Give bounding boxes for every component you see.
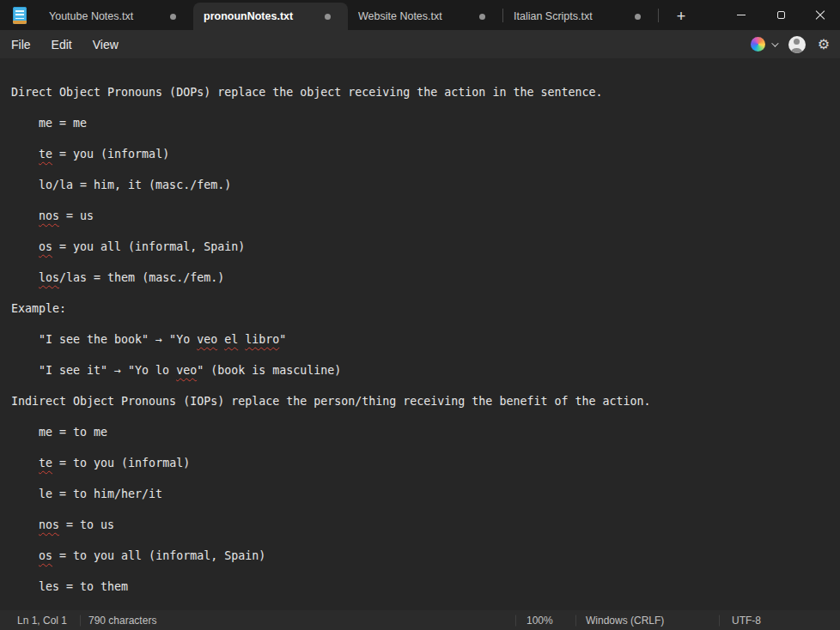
statusbar-divider: [515, 615, 516, 626]
text-segment: [11, 549, 39, 562]
editor-line: te = you (informal): [11, 139, 829, 170]
text-segment: Direct Object Pronouns (DOPs) replace th…: [11, 86, 602, 99]
zoom-level: 100%: [527, 615, 553, 627]
menubar-right-icons: ⚙: [751, 30, 830, 58]
notepad-icon-lines: [15, 10, 24, 19]
menubar: FileEditView ⚙: [0, 30, 840, 58]
misspelled-word: nos: [39, 518, 59, 531]
unsaved-indicator-dot[interactable]: [170, 14, 176, 20]
editor-line: Indirect Object Pronouns (IOPs) replace …: [11, 386, 829, 417]
text-segment: le = to him/her/it: [11, 488, 162, 500]
unsaved-indicator-dot[interactable]: [635, 14, 641, 20]
chevron-down-icon: [771, 39, 778, 46]
cursor-position: Ln 1, Col 1: [17, 615, 67, 627]
encoding: UTF-8: [732, 615, 761, 627]
misspelled-word: te: [39, 148, 52, 161]
account-icon[interactable]: [788, 36, 806, 53]
misspelled-word: veo: [197, 333, 217, 346]
text-segment: = to us: [59, 518, 114, 531]
settings-gear-icon[interactable]: ⚙: [818, 38, 830, 51]
text-segment: = you all (informal, Spain): [52, 240, 245, 253]
notepad-icon-footer: [13, 21, 27, 24]
unsaved-indicator-dot[interactable]: [479, 14, 485, 20]
text-segment: "I see it" → "Yo lo: [11, 364, 176, 377]
editor-line: os = to you all (informal, Spain): [11, 541, 829, 572]
editor-line: Example:: [11, 294, 829, 324]
copilot-icon: [751, 37, 765, 51]
tab-pronounnotes-txt[interactable]: pronounNotes.txt: [193, 3, 348, 30]
new-tab-button[interactable]: +: [667, 3, 695, 30]
tab-italian-scripts-txt[interactable]: Italian Scripts.txt: [503, 3, 658, 30]
text-segment: [11, 209, 39, 222]
titlebar-drag-area[interactable]: [695, 0, 721, 30]
text-segment: = to you all (informal, Spain): [52, 549, 265, 562]
misspelled-word: libro: [245, 333, 279, 346]
statusbar: Ln 1, Col 1 790 characters 100% Windows …: [0, 610, 840, 630]
menu-view[interactable]: View: [93, 38, 119, 51]
text-segment: "I see the book" → "Yo: [11, 333, 197, 346]
text-segment: = us: [59, 209, 94, 222]
misspelled-word: veo: [176, 364, 197, 377]
tab-strip: Youtube Notes.txtpronounNotes.txtWebsite…: [39, 0, 659, 30]
text-segment: = you (informal): [52, 148, 169, 161]
character-count: 790 characters: [88, 615, 156, 627]
misspelled-word: nos: [39, 209, 59, 222]
text-segment: Indirect Object Pronouns (IOPs) replace …: [11, 395, 651, 408]
minimize-button[interactable]: [721, 0, 761, 30]
notepad-window: Youtube Notes.txtpronounNotes.txtWebsite…: [0, 0, 840, 630]
titlebar: Youtube Notes.txtpronounNotes.txtWebsite…: [0, 0, 840, 30]
text-segment: [11, 271, 39, 284]
maximize-icon: [777, 11, 785, 19]
editor-line: me = to me: [11, 417, 829, 448]
statusbar-divider: [719, 615, 720, 626]
tab-label: Youtube Notes.txt: [49, 10, 163, 22]
text-segment: [11, 148, 39, 161]
statusbar-divider: [575, 615, 576, 626]
line-ending: Windows (CRLF): [586, 615, 664, 627]
text-segment: lo/la = him, it (masc./fem.): [11, 179, 231, 191]
text-segment: [11, 240, 39, 253]
tab-label: Italian Scripts.txt: [514, 10, 628, 22]
editor-line: lo/la = him, it (masc./fem.): [11, 170, 829, 201]
menu-edit[interactable]: Edit: [52, 38, 72, 51]
text-segment: [217, 333, 224, 346]
misspelled-word: os: [39, 240, 52, 253]
text-segment: [11, 457, 39, 469]
editor-line: "I see the book" → "Yo veo el libro": [11, 324, 829, 355]
notepad-icon: [13, 7, 27, 24]
unsaved-indicator-dot[interactable]: [325, 14, 331, 20]
minimize-icon: [737, 15, 746, 15]
editor-content[interactable]: Direct Object Pronouns (DOPs) replace th…: [0, 58, 840, 610]
editor-line: Direct Object Pronouns (DOPs) replace th…: [11, 77, 829, 108]
editor-line: "I see it" → "Yo lo veo" (book is mascul…: [11, 355, 829, 386]
tab-label: Website Notes.txt: [358, 10, 472, 22]
text-segment: me = me: [11, 117, 87, 130]
text-segment: " (book is masculine): [197, 364, 341, 377]
misspelled-word: los: [39, 271, 59, 284]
close-icon: [815, 10, 825, 21]
misspelled-word: os: [39, 549, 52, 562]
editor-line: te = to you (informal): [11, 448, 829, 479]
editor-line: les = to them: [11, 572, 829, 603]
statusbar-divider: [80, 615, 81, 626]
editor-line: los/las = them (masc./fem.): [11, 263, 829, 294]
editor-line: nos = us: [11, 201, 829, 232]
maximize-button[interactable]: [761, 0, 800, 30]
copilot-button[interactable]: [751, 37, 776, 51]
editor-line: me = me: [11, 108, 829, 139]
close-button[interactable]: [800, 0, 840, 30]
tab-divider: [658, 9, 659, 22]
tab-youtube-notes-txt[interactable]: Youtube Notes.txt: [39, 3, 193, 30]
text-segment: [11, 518, 39, 531]
tab-label: pronounNotes.txt: [204, 10, 318, 22]
window-controls: [721, 0, 840, 30]
text-segment: /las = them (masc./fem.): [59, 271, 224, 284]
tab-website-notes-txt[interactable]: Website Notes.txt: [348, 3, 502, 30]
menu-items: FileEditView: [0, 38, 139, 51]
editor-line: os = you all (informal, Spain): [11, 232, 829, 263]
misspelled-word: el: [224, 333, 238, 346]
app-icon-container: [0, 0, 39, 30]
menu-file[interactable]: File: [11, 38, 31, 51]
misspelled-word: te: [39, 457, 52, 469]
text-segment: ": [279, 333, 286, 346]
